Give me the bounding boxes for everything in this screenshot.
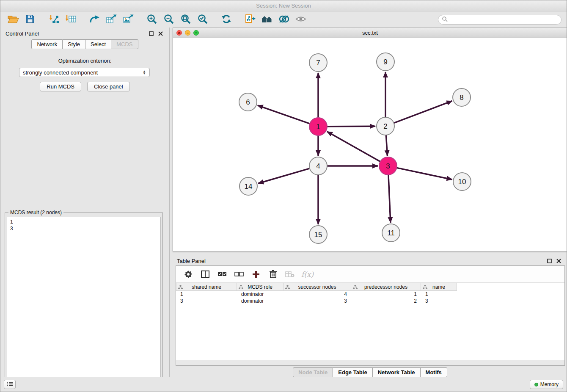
column-header-shared-name[interactable]: shared name [176,283,237,291]
table-horizontal-scrollbar[interactable] [176,360,564,365]
edge-3-11[interactable] [388,175,391,223]
export-table-button[interactable] [103,13,120,27]
edge-4-14[interactable] [258,168,310,183]
horizontal-splitter[interactable] [173,251,567,255]
tab-network-table[interactable]: Network Table [373,367,421,377]
mcds-result-list[interactable]: 13 [7,217,161,392]
search-input[interactable] [448,17,558,23]
import-network-button[interactable] [45,13,62,27]
column-header-successor-nodes[interactable]: successor nodes [284,283,351,291]
node-3[interactable]: 3 [379,157,397,175]
close-panel-button[interactable]: Close panel [87,82,130,91]
float-panel-icon[interactable] [147,30,155,37]
refresh-button[interactable] [218,13,235,27]
show-hide-button[interactable] [292,13,309,27]
control-panel-header: Control Panel [0,28,169,39]
minimize-window-button[interactable]: − [185,30,190,36]
delete-column-button[interactable] [267,269,278,280]
search-icon [442,16,448,24]
vertical-splitter[interactable] [170,28,173,377]
run-mcds-button[interactable]: Run MCDS [40,82,81,91]
home-networks-button[interactable] [259,13,275,27]
column-header-mcds-role[interactable]: MCDS role [237,283,284,291]
venn-icon [278,14,289,25]
criterion-dropdown[interactable]: strongly connected component ▲▼ [19,68,150,77]
node-4[interactable]: 4 [309,157,327,175]
tab-style[interactable]: Style [63,39,85,49]
table-panel-title: Table Panel [177,258,206,264]
close-window-button[interactable]: ✕ [176,30,182,36]
node-8[interactable]: 8 [453,88,471,106]
node-9[interactable]: 9 [377,53,394,71]
table-cell[interactable]: 3 [176,298,237,304]
close-panel-icon[interactable] [157,30,164,37]
import-table-button[interactable] [62,13,79,27]
table-cell[interactable]: 1 [176,291,237,298]
memory-button[interactable]: Memory [530,380,563,389]
float-table-panel-icon[interactable] [545,257,553,265]
table-row[interactable]: 1dominator411 [176,291,564,298]
edge-3-1[interactable] [327,132,380,162]
edge-2-8[interactable] [394,101,452,123]
network-canvas[interactable]: 1234678910111415 [173,38,567,251]
table-cell[interactable]: dominator [237,298,284,304]
node-14[interactable]: 14 [239,177,257,195]
select-all-columns-button[interactable] [217,269,228,280]
show-columns-button[interactable] [200,269,211,280]
column-header-predecessor-nodes[interactable]: predecessor nodes [351,283,421,291]
network-window-titlebar[interactable]: ✕ − + scc.txt [173,28,567,38]
table-settings-button[interactable] [183,269,194,280]
close-table-panel-icon[interactable] [555,257,562,265]
edge-3-10[interactable] [397,168,452,179]
tab-select[interactable]: Select [85,39,111,49]
table-cell[interactable]: 3 [284,298,351,304]
table-cell[interactable]: 3 [421,298,457,304]
table-cell[interactable]: dominator [237,291,284,298]
node-10[interactable]: 10 [453,173,471,190]
node-7[interactable]: 7 [309,54,327,72]
node-2[interactable]: 2 [377,117,394,135]
unselect-all-columns-button[interactable] [234,269,245,280]
tab-motifs[interactable]: Motifs [421,367,447,377]
table-cell[interactable]: 1 [351,291,421,298]
edge-1-2[interactable] [327,126,375,127]
table-header-row[interactable]: shared nameMCDS rolesuccessor nodesprede… [176,283,564,291]
zoom-in-button[interactable] [143,13,160,27]
window-titlebar[interactable]: Session: New Session [0,0,567,11]
save-session-button[interactable] [22,13,39,27]
table-cell[interactable]: 4 [284,291,351,298]
tab-network[interactable]: Network [31,39,63,49]
svg-text:15: 15 [314,231,322,239]
annotation-button[interactable] [275,13,292,27]
copy-style-button[interactable] [242,13,259,27]
table-toolbar: f(x) [176,266,564,283]
export-image-button[interactable] [120,13,137,27]
table-panel-header: Table Panel [173,255,567,267]
node-1[interactable]: 1 [309,118,327,135]
export-table-icon [106,14,117,25]
node-15[interactable]: 15 [309,226,327,243]
import-network-icon [48,14,59,26]
maximize-window-button[interactable]: + [193,30,199,36]
zoom-out-icon [164,14,174,26]
task-history-button[interactable] [4,380,16,389]
edge-2-3[interactable] [386,135,387,156]
tab-edge-table[interactable]: Edge Table [333,367,372,377]
zoom-selected-button[interactable] [194,13,211,27]
zoom-fit-content-button[interactable] [177,13,194,27]
create-column-button[interactable] [250,269,261,280]
table-cell[interactable]: 1 [421,291,457,298]
tab-mcds[interactable]: MCDS [111,39,138,49]
network-canvas-svg: 1234678910111415 [173,38,567,251]
export-network-button[interactable] [86,13,103,27]
table-row[interactable]: 3dominator323 [176,298,564,304]
open-session-button[interactable] [5,13,22,27]
edge-1-6[interactable] [258,105,310,124]
node-11[interactable]: 11 [382,224,400,242]
tab-node-table[interactable]: Node Table [293,367,333,377]
zoom-out-button[interactable] [160,13,177,27]
table-cell[interactable]: 2 [351,298,421,304]
column-header-name[interactable]: name [421,283,457,291]
node-6[interactable]: 6 [239,93,257,111]
global-search-field[interactable] [438,15,561,25]
